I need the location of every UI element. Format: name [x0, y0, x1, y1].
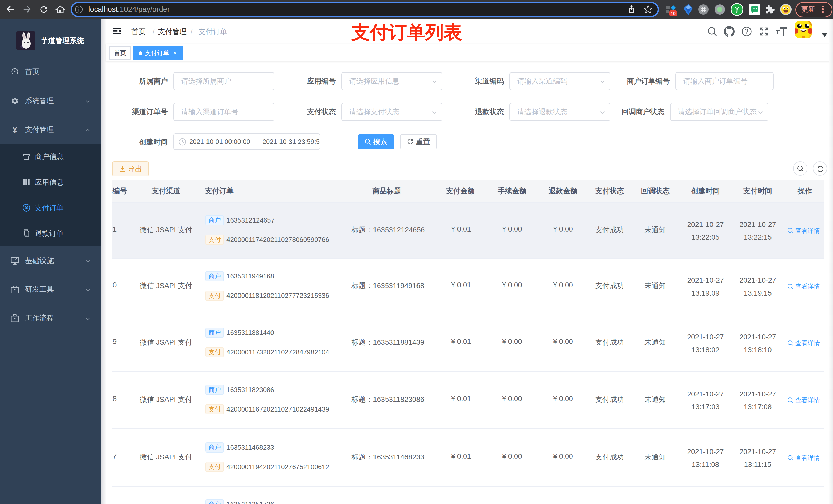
svg-text:10: 10 — [671, 11, 676, 16]
